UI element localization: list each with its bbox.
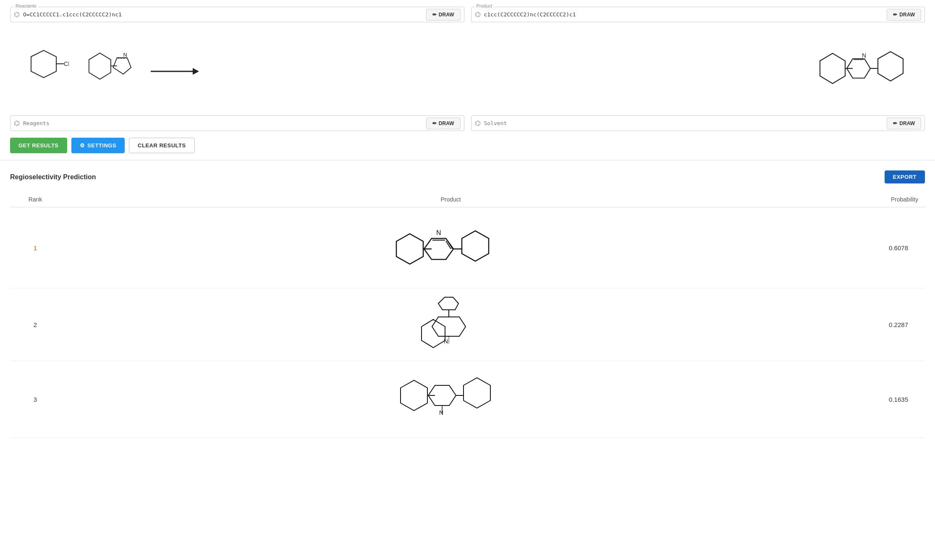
product-input[interactable] bbox=[484, 7, 884, 22]
table-header: Rank Product Probability bbox=[10, 192, 925, 207]
pencil-icon: ✏ bbox=[432, 12, 437, 18]
result1-molecule: N bbox=[384, 214, 518, 281]
reagents-input-group: ⌬ ✏ DRAW bbox=[10, 115, 464, 131]
product-column-header: Product bbox=[60, 192, 841, 207]
product-molecule: N bbox=[812, 36, 921, 107]
table-header-row: Rank Product Probability bbox=[10, 192, 925, 207]
product-draw-button[interactable]: ✏ DRAW bbox=[887, 9, 921, 21]
product-molecule-icon: ⌬ bbox=[475, 10, 481, 18]
svg-text:N: N bbox=[444, 338, 448, 345]
svg-marker-10 bbox=[820, 53, 845, 84]
product-cell-2: N bbox=[60, 288, 841, 361]
reactants-draw-button[interactable]: ✏ DRAW bbox=[426, 9, 461, 21]
results-section: Regioselectivity Prediction EXPORT Rank … bbox=[0, 160, 935, 448]
rank-cell-2: 2 bbox=[10, 288, 60, 361]
arrow-svg bbox=[149, 63, 199, 80]
probability-cell-3: 0.1635 bbox=[841, 361, 925, 438]
pencil-icon-2: ✏ bbox=[893, 12, 897, 18]
solvent-molecule-icon: ⌬ bbox=[475, 119, 481, 127]
solvent-input-group: ⌬ ✏ DRAW bbox=[471, 115, 925, 131]
probability-cell-1: 0.6078 bbox=[841, 207, 925, 288]
svg-marker-17 bbox=[878, 52, 903, 81]
svg-text:CHO: CHO bbox=[64, 60, 69, 67]
svg-text:N: N bbox=[436, 229, 441, 236]
rank-column-header: Rank bbox=[10, 192, 60, 207]
gear-icon bbox=[80, 142, 85, 149]
result2-molecule: N bbox=[409, 295, 493, 354]
reactants-label: Reactants bbox=[14, 3, 38, 8]
result3-molecule: N bbox=[392, 368, 510, 431]
pencil-icon-4: ✏ bbox=[893, 120, 897, 126]
table-row: 2 N bbox=[10, 288, 925, 361]
svg-marker-18 bbox=[396, 234, 423, 264]
svg-marker-9 bbox=[193, 68, 199, 75]
svg-marker-27 bbox=[462, 231, 489, 261]
svg-text:N: N bbox=[123, 52, 127, 58]
results-header: Regioselectivity Prediction EXPORT bbox=[10, 170, 925, 183]
reaction-arrow bbox=[140, 63, 207, 80]
svg-marker-28 bbox=[438, 297, 458, 310]
probability-cell-2: 0.2287 bbox=[841, 288, 925, 361]
rank-cell: 1 bbox=[10, 207, 60, 288]
reagents-draw-button[interactable]: ✏ DRAW bbox=[426, 118, 461, 129]
table-body: 1 N bbox=[10, 207, 925, 438]
clear-results-button[interactable]: CLEAR RESULTS bbox=[129, 138, 195, 153]
get-results-button[interactable]: GET RESULTS bbox=[10, 138, 67, 153]
reagents-row: ⌬ ✏ DRAW ⌬ ✏ DRAW bbox=[10, 115, 925, 131]
table-row: 3 N bbox=[10, 361, 925, 438]
reactants-input-group: Reactants ⌬ ✏ DRAW bbox=[10, 7, 464, 22]
probability-column-header: Probability bbox=[841, 192, 925, 207]
svg-text:N: N bbox=[439, 409, 443, 416]
reactant1-molecule: CHO bbox=[14, 46, 69, 97]
reagents-input[interactable] bbox=[23, 116, 423, 131]
reaction-display: CHO N bbox=[10, 27, 925, 115]
settings-button[interactable]: SETTINGS bbox=[71, 138, 125, 153]
reactants-molecule-icon: ⌬ bbox=[14, 10, 20, 18]
svg-text:N: N bbox=[862, 52, 866, 59]
svg-marker-0 bbox=[31, 50, 56, 78]
product-cell-3: N bbox=[60, 361, 841, 438]
reactant2-molecule: N bbox=[77, 44, 132, 99]
reagents-molecule-icon: ⌬ bbox=[14, 119, 20, 127]
product-molecule-container: N bbox=[812, 36, 921, 107]
solvent-input[interactable] bbox=[484, 116, 884, 131]
svg-marker-29 bbox=[422, 319, 445, 348]
reactants-input[interactable] bbox=[23, 7, 423, 22]
input-row: Reactants ⌬ ✏ DRAW Product ⌬ ✏ DRAW bbox=[10, 7, 925, 22]
svg-marker-3 bbox=[89, 53, 111, 79]
product-label: Product bbox=[475, 3, 494, 8]
product-cell-1: N bbox=[60, 207, 841, 288]
solvent-draw-button[interactable]: ✏ DRAW bbox=[887, 118, 921, 129]
results-title: Regioselectivity Prediction bbox=[10, 173, 96, 181]
export-button[interactable]: EXPORT bbox=[885, 170, 925, 183]
results-table: Rank Product Probability 1 bbox=[10, 192, 925, 438]
pencil-icon-3: ✏ bbox=[432, 120, 437, 126]
rank-cell-3: 3 bbox=[10, 361, 60, 438]
top-section: Reactants ⌬ ✏ DRAW Product ⌬ ✏ DRAW CHO bbox=[0, 0, 935, 160]
product-input-group: Product ⌬ ✏ DRAW bbox=[471, 7, 925, 22]
svg-marker-38 bbox=[464, 378, 490, 408]
table-row: 1 N bbox=[10, 207, 925, 288]
svg-marker-34 bbox=[401, 380, 427, 411]
svg-marker-31 bbox=[432, 317, 466, 336]
action-row: GET RESULTS SETTINGS CLEAR RESULTS bbox=[10, 138, 925, 153]
